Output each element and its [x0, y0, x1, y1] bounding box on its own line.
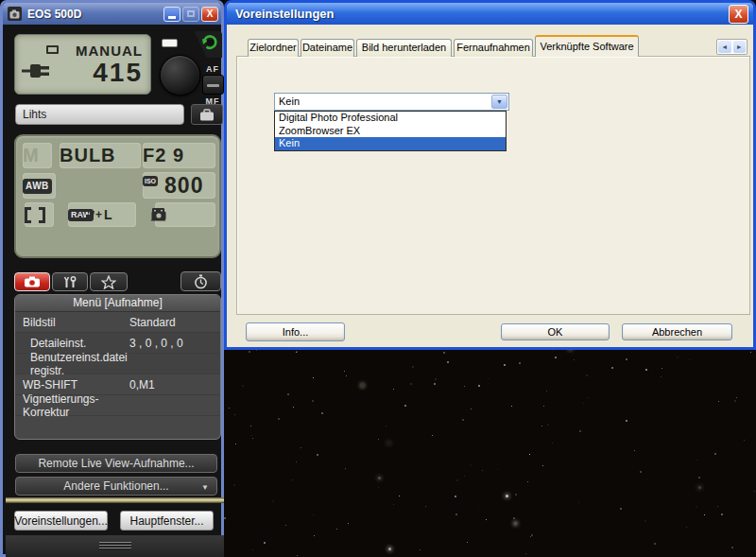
- shooting-menu-box: Menü [Aufnahme] BildstilStandard Detaile…: [14, 294, 221, 440]
- metering-frame-icon: [46, 45, 59, 54]
- tools-icon: [62, 276, 77, 288]
- shutter-speed-cell[interactable]: BULB: [60, 143, 141, 168]
- maximize-button[interactable]: [182, 7, 199, 22]
- camera-tab-icon: [24, 276, 41, 287]
- bottom-grip-bar: [6, 535, 224, 557]
- camera-settings-panel: M BULB F2 9 AWB ISO800 RAW+L +: [14, 134, 221, 258]
- iso-cell[interactable]: ISO800: [143, 172, 215, 199]
- save-destination-cell[interactable]: +: [155, 202, 215, 227]
- menu-row-benutzereinst[interactable]: Benutzereinst.datei registr.: [15, 354, 220, 374]
- option-kein[interactable]: Kein: [275, 137, 506, 150]
- close-icon[interactable]: X: [729, 5, 748, 24]
- tab-verknuepfte-software[interactable]: Verknüpfte Software: [535, 35, 639, 57]
- remote-live-view-button[interactable]: Remote Live View-Aufnahme...: [15, 454, 217, 473]
- fine-quality-icon: [85, 210, 95, 220]
- tab-bild-herunterladen[interactable]: Bild herunterladen: [356, 39, 452, 57]
- owner-name-field[interactable]: Lihts: [15, 104, 184, 125]
- af-mf-switch[interactable]: [202, 75, 224, 95]
- tab-shooting-menu[interactable]: [14, 272, 50, 291]
- other-functions-button[interactable]: Andere Funktionen...▼: [15, 477, 217, 496]
- dialog-titlebar[interactable]: Voreinstellungen X: [227, 3, 753, 25]
- mode-cell[interactable]: M: [23, 143, 52, 168]
- software-combobox[interactable]: Kein ▼: [274, 93, 509, 111]
- rotate-image-toggle[interactable]: [188, 31, 222, 58]
- scroll-right-icon[interactable]: ►: [733, 41, 747, 53]
- camera-control-window: EOS 500D X MANUAL 415: [0, 0, 224, 557]
- clock-icon: [194, 274, 208, 289]
- chevron-down-icon: ▼: [201, 483, 209, 492]
- camera-window-body: MANUAL 415 AF MF Lihts ▼ M: [6, 27, 218, 551]
- shots-remaining: 415: [93, 58, 143, 88]
- camera-window-titlebar[interactable]: EOS 500D X: [3, 3, 221, 25]
- quick-control-dial[interactable]: [160, 55, 200, 96]
- tab-fernaufnahmen[interactable]: Fernaufnahmen: [454, 39, 533, 57]
- exposure-mode-text: MANUAL: [76, 43, 143, 59]
- white-balance-cell[interactable]: AWB: [23, 173, 56, 199]
- menu-row-vignettierung[interactable]: Vignettierungs-Korrektur: [15, 395, 220, 416]
- divider: [6, 497, 224, 503]
- close-icon[interactable]: X: [201, 7, 218, 22]
- screen: EOS 500D X MANUAL 415: [0, 0, 756, 557]
- preferences-dialog: Voreinstellungen X Zielordner Dateiname …: [224, 0, 756, 350]
- tab-my-menu[interactable]: [90, 272, 128, 291]
- app-icon: [8, 7, 22, 21]
- tab-zielordner[interactable]: Zielordner: [248, 39, 299, 57]
- ok-button[interactable]: OK: [501, 323, 610, 340]
- minimize-button[interactable]: [163, 7, 180, 22]
- menu-row-bildstil[interactable]: BildstilStandard: [15, 312, 220, 333]
- cancel-button[interactable]: Abbrechen: [622, 323, 732, 340]
- tab-setup-menu[interactable]: [52, 272, 88, 291]
- dialog-title: Voreinstellungen: [235, 7, 729, 21]
- menu-header: Menü [Aufnahme]: [15, 295, 220, 312]
- rotate-icon: [200, 33, 219, 51]
- dialog-body: Zielordner Dateiname Bild herunterladen …: [230, 27, 750, 344]
- combo-dropdown-button[interactable]: ▼: [491, 95, 507, 109]
- af-frame-cell[interactable]: [25, 202, 54, 227]
- star-icon: [101, 275, 116, 289]
- chevron-down-icon: ▼: [496, 94, 503, 110]
- image-quality-cell[interactable]: RAW+L: [68, 202, 136, 227]
- indicator-led: [162, 39, 178, 47]
- bracket-right-icon: [39, 207, 45, 223]
- camera-lcd-display: MANUAL 415: [14, 34, 151, 95]
- option-digital-photo-professional[interactable]: Digital Photo Professional: [275, 112, 506, 125]
- timer-button[interactable]: [180, 271, 221, 291]
- info-button[interactable]: Info...: [246, 322, 345, 341]
- main-window-button[interactable]: Hauptfenster...: [120, 511, 214, 531]
- tab-dateiname[interactable]: Dateiname: [301, 39, 354, 57]
- iso-badge: ISO: [143, 176, 158, 186]
- folder-menu-button[interactable]: ▼: [191, 104, 223, 125]
- bracket-left-icon: [25, 207, 31, 223]
- scroll-left-icon[interactable]: ◄: [718, 41, 731, 53]
- preferences-button[interactable]: Voreinstellungen...: [14, 511, 108, 531]
- awb-badge: AWB: [23, 179, 52, 194]
- af-label: AF: [201, 64, 224, 74]
- aperture-cell[interactable]: F2 9: [143, 143, 215, 168]
- tab-scroll-control: ◄ ►: [716, 39, 747, 55]
- option-zoombrowser-ex[interactable]: ZoomBrowser EX: [275, 125, 506, 138]
- camera-icon: [151, 209, 166, 220]
- briefcase-icon: [199, 109, 215, 121]
- resize-grip[interactable]: [99, 542, 131, 550]
- camera-window-title: EOS 500D: [27, 8, 162, 21]
- software-dropdown-list: Digital Photo Professional ZoomBrowser E…: [274, 111, 507, 151]
